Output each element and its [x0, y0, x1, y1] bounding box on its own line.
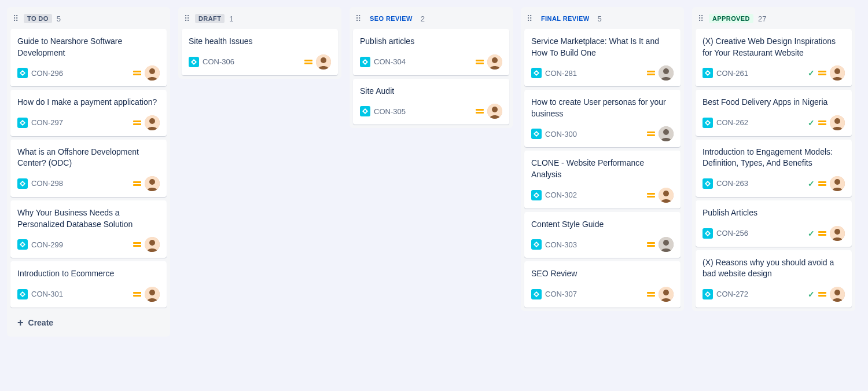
card[interactable]: Site AuditCON-305 — [353, 79, 509, 125]
assignee-avatar[interactable] — [487, 104, 502, 119]
assignee-avatar[interactable] — [145, 65, 160, 81]
assignee-avatar[interactable] — [145, 115, 160, 130]
card[interactable]: SEO ReviewCON-307 — [524, 261, 681, 308]
ticket-key[interactable]: CON-263 — [716, 179, 748, 188]
ticket-key[interactable]: CON-300 — [545, 130, 577, 138]
ticket-key[interactable]: CON-299 — [31, 240, 63, 249]
svg-point-18 — [364, 61, 366, 63]
drag-handle-icon[interactable]: ⠿ — [355, 14, 362, 23]
issue-type-icon — [531, 68, 542, 78]
card-meta-right — [647, 126, 674, 141]
card-meta-left: CON-298 — [17, 178, 63, 189]
ticket-key[interactable]: CON-256 — [716, 229, 748, 237]
card[interactable]: Publish articlesCON-304 — [353, 29, 509, 75]
priority-medium-icon — [818, 181, 826, 186]
card-meta-left: CON-305 — [360, 106, 406, 116]
card[interactable]: How do I make a payment application?CON-… — [10, 90, 167, 136]
ticket-key[interactable]: CON-302 — [545, 191, 577, 199]
card[interactable]: CLONE - Website Performance AnalysisCON-… — [524, 151, 681, 208]
ticket-key[interactable]: CON-272 — [716, 290, 748, 298]
assignee-avatar[interactable] — [145, 237, 160, 252]
card-meta-left: CON-272 — [703, 289, 748, 299]
card-meta-left: CON-306 — [189, 57, 234, 67]
drag-handle-icon[interactable]: ⠿ — [184, 14, 190, 23]
column-count: 2 — [421, 14, 425, 23]
card[interactable]: Why Your Business Needs a Personalized D… — [10, 200, 167, 258]
ticket-key[interactable]: CON-301 — [31, 290, 63, 298]
card-meta-left: CON-304 — [360, 57, 406, 67]
ticket-key[interactable]: CON-262 — [716, 118, 748, 127]
column-header[interactable]: ⠿SEO REVIEW2 — [350, 7, 513, 29]
card[interactable]: Service Marketplace: What Is It and How … — [524, 29, 681, 86]
ticket-key[interactable]: CON-303 — [545, 240, 577, 249]
ticket-key[interactable]: CON-304 — [374, 57, 406, 66]
create-issue-button[interactable]: +Create — [10, 312, 167, 333]
assignee-avatar[interactable] — [659, 65, 674, 81]
ticket-key[interactable]: CON-305 — [374, 107, 406, 116]
assignee-avatar[interactable] — [659, 126, 674, 141]
svg-point-12 — [21, 293, 24, 295]
svg-point-38 — [663, 290, 669, 295]
assignee-avatar[interactable] — [830, 226, 845, 241]
card-footer: CON-304 — [360, 54, 502, 70]
card-meta-right: ✓ — [808, 65, 845, 81]
svg-point-39 — [707, 72, 709, 74]
cards-list: Guide to Nearshore Software DevelopmentC… — [7, 29, 170, 311]
assignee-avatar[interactable] — [659, 287, 674, 302]
column-status-label: SEO REVIEW — [366, 14, 416, 23]
card[interactable]: Content Style GuideCON-303 — [524, 212, 681, 258]
ticket-key[interactable]: CON-261 — [716, 69, 748, 78]
svg-point-2 — [149, 68, 155, 74]
card[interactable]: Publish ArticlesCON-256✓ — [696, 200, 852, 247]
column-count: 5 — [597, 14, 601, 23]
card-footer: CON-301 — [17, 287, 160, 302]
svg-point-50 — [834, 229, 840, 235]
assignee-avatar[interactable] — [830, 287, 845, 302]
drag-handle-icon[interactable]: ⠿ — [13, 14, 19, 23]
assignee-avatar[interactable] — [145, 176, 160, 191]
assignee-avatar[interactable] — [487, 54, 502, 70]
ticket-key[interactable]: CON-306 — [203, 57, 234, 66]
assignee-avatar[interactable] — [316, 54, 331, 70]
assignee-avatar[interactable] — [830, 115, 845, 130]
drag-handle-icon[interactable]: ⠿ — [698, 14, 704, 23]
card[interactable]: How to create User personas for your bus… — [524, 90, 681, 147]
svg-point-3 — [21, 122, 24, 124]
card[interactable]: Introduction to EcommerceCON-301 — [10, 261, 167, 308]
column-header[interactable]: ⠿TO DO5 — [7, 7, 170, 29]
assignee-avatar[interactable] — [659, 237, 674, 252]
priority-medium-icon — [647, 242, 655, 247]
svg-point-21 — [364, 110, 366, 112]
card[interactable]: Guide to Nearshore Software DevelopmentC… — [10, 29, 167, 86]
ticket-key[interactable]: CON-297 — [31, 118, 63, 127]
card-title: (X) Reasons why you should avoid a bad w… — [703, 257, 845, 280]
drag-handle-icon[interactable]: ⠿ — [527, 14, 533, 23]
column-header[interactable]: ⠿DRAFT1 — [178, 7, 341, 29]
assignee-avatar[interactable] — [145, 287, 160, 302]
svg-point-36 — [535, 293, 538, 295]
card-footer: CON-298 — [17, 176, 160, 191]
ticket-key[interactable]: CON-281 — [545, 69, 577, 78]
column-header[interactable]: ⠿FINAL REVIEW5 — [521, 7, 684, 29]
card-meta-left: CON-302 — [531, 190, 577, 200]
card[interactable]: What is an Offshore Development Center? … — [10, 140, 167, 197]
svg-point-5 — [149, 118, 155, 124]
card[interactable]: Introduction to Engagement Models: Defin… — [696, 140, 852, 197]
card-footer: CON-305 — [360, 104, 502, 119]
column-seo: ⠿SEO REVIEW2Publish articlesCON-304Site … — [350, 7, 513, 128]
card[interactable]: Site health IssuesCON-306 — [182, 29, 338, 75]
card-footer: CON-263✓ — [703, 176, 845, 191]
card-title: Content Style Guide — [531, 219, 674, 231]
card[interactable]: (X) Creative Web Design Inspirations for… — [696, 29, 852, 86]
assignee-avatar[interactable] — [830, 176, 845, 191]
ticket-key[interactable]: CON-307 — [545, 290, 577, 298]
card-meta-left: CON-256 — [703, 228, 748, 239]
ticket-key[interactable]: CON-298 — [31, 179, 63, 188]
done-check-icon: ✓ — [808, 118, 815, 127]
card[interactable]: Best Food Delivery Apps in NigeriaCON-26… — [696, 90, 852, 136]
ticket-key[interactable]: CON-296 — [31, 69, 63, 78]
assignee-avatar[interactable] — [830, 65, 845, 81]
card[interactable]: (X) Reasons why you should avoid a bad w… — [696, 250, 852, 308]
assignee-avatar[interactable] — [659, 188, 674, 203]
column-header[interactable]: ⠿APPROVED27 — [692, 7, 855, 29]
